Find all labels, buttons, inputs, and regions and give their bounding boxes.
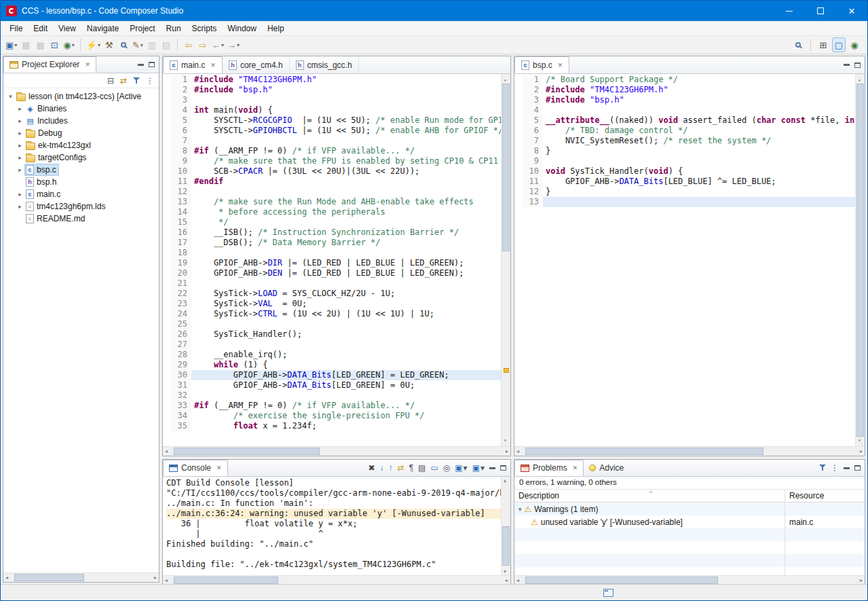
scroll-left-icon[interactable]: ◂ (165, 577, 168, 583)
editor-tab-bsp-c[interactable]: cbsp.c✕ (514, 56, 569, 73)
scroll-right-icon[interactable]: ▸ (506, 448, 508, 454)
maximize-button[interactable] (805, 1, 836, 21)
code-line[interactable]: 10void SysTick_Handler(void) { (514, 166, 855, 177)
scroll-right-icon[interactable]: ▸ (860, 448, 863, 454)
scroll-down-icon[interactable]: ▾ (504, 568, 506, 575)
scroll-thumb[interactable] (525, 577, 718, 584)
maximize-view-icon[interactable] (500, 465, 506, 471)
menu-scripts[interactable]: Scripts (187, 22, 223, 35)
console-output[interactable]: CDT Build Console [lesson]"C:/TI/ccs1100… (163, 477, 501, 575)
scroll-to-top-icon[interactable]: ↑ (389, 463, 393, 473)
code-line[interactable]: 20 GPIOF_AHB->DEN |= (LED_RED | LED_BLUE… (163, 268, 501, 278)
code-line[interactable]: 5 SYSCTL->RCGCGPIO |= (1U << 5U); /* ena… (163, 115, 501, 126)
tree-item-ek-tm4c123gxl[interactable]: ▸ek-tm4c123gxl (3, 139, 159, 151)
code-line[interactable]: 14 * before accessing the peripherals (163, 207, 501, 217)
expander-icon[interactable]: ▸ (16, 142, 24, 149)
expander-icon[interactable]: ▾ (518, 506, 522, 513)
expander-icon[interactable]: ▸ (16, 117, 24, 124)
last-edit-back-button[interactable]: ⇦ (182, 37, 195, 52)
tree-item-debug[interactable]: ▸Debug (3, 127, 159, 139)
scroll-up-icon[interactable]: ▴ (504, 477, 506, 484)
close-view-icon[interactable]: ✕ (573, 465, 578, 471)
scroll-thumb[interactable] (525, 448, 763, 455)
editor-tab-cmsis-gcc-h[interactable]: hcmsis_gcc.h (290, 56, 359, 73)
menu-view[interactable]: View (53, 22, 81, 35)
code-line[interactable]: 28 __enable_irq(); (163, 350, 501, 360)
minimize-view-icon[interactable] (138, 64, 144, 66)
menu-project[interactable]: Project (124, 22, 160, 35)
menu-edit[interactable]: Edit (28, 22, 53, 35)
code-line[interactable]: 7 (163, 136, 501, 146)
close-view-icon[interactable]: ✕ (216, 465, 222, 471)
link-with-editor-icon[interactable]: ⇄ (120, 76, 127, 86)
scroll-left-icon[interactable]: ◂ (5, 575, 8, 581)
code-line[interactable]: 27 (163, 340, 501, 350)
scroll-thumb[interactable] (502, 526, 510, 566)
back-button[interactable]: ←▾ (210, 37, 225, 52)
last-edit-forward-button[interactable]: ⇨ (196, 37, 210, 52)
code-line[interactable]: 21 (163, 278, 501, 289)
problems-group-row[interactable]: ▾⚠Warnings (1 item) (514, 503, 865, 515)
scroll-down-icon[interactable]: ▾ (858, 435, 861, 445)
problem-row[interactable]: ⚠unused variable 'y' [-Wunused-variable]… (514, 515, 865, 528)
code-line[interactable]: 33#if (__ARM_FP != 0) /* if VFP availabl… (163, 401, 501, 411)
open-perspective-button[interactable]: ⊞ (816, 37, 830, 52)
scroll-right-icon[interactable]: ▸ (860, 577, 863, 583)
menu-navigate[interactable]: Navigate (81, 22, 124, 35)
code-line[interactable]: 10 SCB->CPACR |= ((3UL << 20U)|(3UL << 2… (163, 166, 501, 177)
collapse-all-icon[interactable]: ⊟ (107, 76, 114, 86)
console-hscrollbar[interactable]: ◂ ▸ (163, 575, 510, 585)
code-line[interactable]: 30 GPIOF_AHB->DATA_Bits[LED_GREEN] = LED… (163, 370, 501, 380)
maximize-view-icon[interactable] (149, 62, 155, 67)
close-tab-icon[interactable]: ✕ (210, 62, 216, 69)
editor-bsp-vscrollbar[interactable]: ▴ ▾ (855, 74, 865, 446)
pin-console-icon[interactable]: ◎ (443, 463, 450, 473)
code-line[interactable]: 32 (163, 390, 501, 401)
scroll-thumb[interactable] (14, 574, 84, 581)
code-line[interactable]: 35 float x = 1.234f; (163, 421, 501, 431)
scroll-up-icon[interactable]: ▴ (858, 75, 861, 85)
code-line[interactable]: 13 /* make sure the Run Mode and AHB-ena… (163, 197, 501, 207)
scroll-thumb[interactable] (174, 448, 320, 455)
clear-console-icon[interactable]: ▭ (430, 463, 438, 473)
code-line[interactable]: 16 __ISB(); /* Instruction Synchronizati… (163, 227, 501, 238)
minimize-view-icon[interactable] (844, 64, 850, 66)
code-line[interactable]: 8} (514, 146, 855, 156)
view-menu-icon[interactable]: ⋮ (146, 76, 154, 86)
warning-marker-icon[interactable] (504, 368, 509, 373)
tree-item-lesson-in-tm4c123-ccs-active[interactable]: ▾lesson (in tm4c123-ccs) [Active (3, 90, 159, 103)
tree-item-bsp-c[interactable]: ▸cbsp.c (3, 164, 159, 176)
console-vscrollbar[interactable]: ▴ ▾ (501, 477, 510, 575)
close-tab-icon[interactable]: ✕ (558, 62, 563, 69)
code-area-main[interactable]: 1#include "TM4C123GH6PM.h"2#include "bsp… (163, 74, 501, 446)
code-line[interactable]: 26 SysTick_Handler(); (163, 329, 501, 340)
word-wrap-icon[interactable]: ¶ (409, 463, 413, 473)
scroll-to-bottom-icon[interactable]: ↓ (380, 463, 384, 473)
code-line[interactable]: 24 SysTick->CTRL = (1U << 2U) | (1U << 1… (163, 309, 501, 319)
scroll-left-icon[interactable]: ◂ (516, 448, 519, 454)
debug-launch-button[interactable]: ◉▾ (62, 37, 75, 52)
expander-icon[interactable]: ▸ (16, 203, 24, 210)
new-wizard-button[interactable]: ▣▾ (4, 37, 18, 52)
code-line[interactable]: 18 (163, 248, 501, 258)
build-project-button[interactable]: ⚒ (102, 37, 116, 52)
tree-item-readme-md[interactable]: ≡README.md (3, 213, 159, 225)
code-line[interactable]: 6 SYSCTL->GPIOHBCTL |= (1U << 5U); /* en… (163, 126, 501, 136)
scroll-thumb[interactable] (174, 577, 278, 584)
code-line[interactable]: 29 while (1) { (163, 360, 501, 370)
tree-item-includes[interactable]: ▸▤Includes (3, 115, 159, 127)
scroll-up-icon[interactable]: ▴ (504, 75, 507, 85)
open-console-icon[interactable]: ▣▾ (472, 463, 485, 473)
expander-icon[interactable]: ▸ (16, 191, 24, 198)
column-header-description[interactable]: Description ^ (514, 490, 785, 502)
scroll-left-icon[interactable]: ◂ (516, 577, 519, 583)
tree-item-main-c[interactable]: ▸cmain.c (3, 188, 159, 200)
expander-icon[interactable]: ▸ (16, 166, 24, 173)
column-header-resource[interactable]: Resource (785, 490, 865, 502)
edit-pencil-button[interactable]: ✎▾ (131, 37, 145, 52)
tab-advice[interactable]: Advice (584, 460, 629, 476)
code-line[interactable]: 23 SysTick->VAL = 0U; (163, 299, 501, 309)
editor-main-vscrollbar[interactable]: ▴ ▾ (501, 74, 510, 446)
code-line[interactable]: 22 SysTick->LOAD = SYS_CLOCK_HZ/2U - 1U; (163, 289, 501, 299)
code-area-bsp[interactable]: 1/* Board Support Package */2#include "T… (514, 74, 855, 446)
